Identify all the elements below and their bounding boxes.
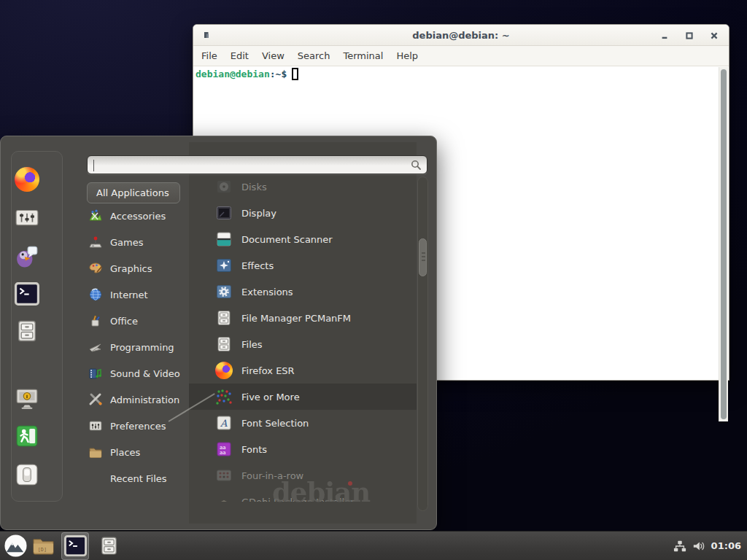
font-selection-icon: A (215, 414, 233, 432)
graphics-icon (88, 261, 103, 276)
favorite-firefox-icon[interactable] (15, 167, 39, 192)
search-input[interactable] (88, 156, 410, 174)
app-item-files[interactable]: Files (189, 331, 417, 357)
terminal-menubar: File Edit View Search Terminal Help (193, 46, 729, 66)
category-recent-files[interactable]: Recent Files (84, 465, 190, 491)
terminal-window-icon (204, 31, 211, 39)
taskbar: [D] 01:06 (0, 531, 747, 560)
volume-icon[interactable] (692, 540, 705, 553)
search-box[interactable] (87, 155, 427, 174)
taskbar-folder-icon[interactable]: [D] (29, 532, 57, 560)
app-item-disks[interactable]: Disks (189, 176, 417, 200)
text-caret (93, 160, 94, 171)
favorite-terminal-icon[interactable] (15, 281, 39, 306)
favorite-shutdown-icon[interactable] (15, 462, 39, 487)
document-scanner-icon (215, 230, 233, 248)
app-item-firefox-esr[interactable]: Firefox ESR (189, 357, 417, 384)
prompt-user-host: debian@debian (196, 69, 270, 79)
category-accessories[interactable]: Accessories (84, 203, 190, 229)
accessories-icon (88, 209, 103, 223)
svg-text:[D]: [D] (37, 547, 46, 553)
apps-list: Disks Display Document Scanner Effects E… (189, 176, 417, 502)
apps-scrollbar[interactable] (417, 176, 428, 511)
file-cabinet-icon (215, 335, 233, 353)
favorite-control-center-icon[interactable] (15, 205, 39, 230)
favorite-lock-screen-icon[interactable] (15, 386, 39, 411)
app-item-display[interactable]: Display (189, 200, 417, 226)
category-programming[interactable]: Programming (84, 334, 190, 360)
category-all-applications[interactable]: All Applications (87, 182, 180, 203)
category-internet[interactable]: Internet (84, 281, 190, 308)
category-office[interactable]: Office (84, 308, 190, 334)
category-administration[interactable]: Administration (84, 386, 190, 413)
app-item-fonts[interactable]: aaaa Fonts (189, 436, 417, 462)
office-icon (88, 314, 103, 328)
terminal-titlebar[interactable]: debian@debian: ~ (193, 25, 729, 46)
menu-item-edit[interactable]: Edit (224, 47, 255, 64)
menu-item-search[interactable]: Search (291, 47, 337, 64)
taskbar-file-cabinet-icon[interactable] (95, 532, 123, 560)
network-icon[interactable] (673, 540, 686, 553)
minimize-icon[interactable] (660, 31, 669, 40)
four-in-a-row-icon (215, 467, 233, 484)
search-icon (410, 159, 422, 171)
favorite-logout-icon[interactable] (15, 424, 39, 448)
games-icon (88, 235, 103, 249)
terminal-scrollbar-thumb[interactable] (721, 69, 727, 419)
debian-watermark: debian (272, 476, 370, 508)
app-item-document-scanner[interactable]: Document Scanner (189, 226, 417, 252)
menu-item-file[interactable]: File (195, 47, 224, 64)
watermark-red-dot (348, 481, 352, 486)
internet-icon (88, 287, 103, 302)
menu-item-terminal[interactable]: Terminal (336, 47, 390, 64)
menu-item-help[interactable]: Help (390, 47, 425, 64)
shell-prompt: debian@debian:~$ (196, 68, 298, 80)
favorite-file-manager-icon[interactable] (15, 319, 39, 343)
category-graphics[interactable]: Graphics (84, 255, 190, 281)
places-folder-icon (88, 445, 103, 459)
close-icon[interactable] (710, 31, 719, 40)
app-item-effects[interactable]: Effects (189, 252, 417, 279)
svg-text:A: A (220, 418, 228, 429)
terminal-scrollbar[interactable] (719, 67, 728, 421)
display-icon (215, 204, 233, 222)
favorite-pidgin-icon[interactable] (15, 244, 39, 268)
gdebi-icon (215, 493, 233, 502)
desktop: debian@debian: ~ File Edit View Search T… (0, 0, 747, 560)
app-item-five-or-more[interactable]: Five or More (189, 384, 417, 410)
file-cabinet-icon (215, 309, 233, 327)
category-sound-video[interactable]: Sound & Video (84, 360, 190, 386)
prompt-path: :~$ (270, 69, 287, 79)
applications-menu: All Applications Accessories Games Graph… (0, 136, 437, 530)
app-item-font-selection[interactable]: A Font Selection (189, 410, 417, 436)
taskbar-terminal-button[interactable] (61, 532, 89, 560)
category-places[interactable]: Places (84, 439, 190, 465)
menu-item-view[interactable]: View (255, 47, 291, 64)
app-item-file-manager-pcmanfm[interactable]: File Manager PCManFM (189, 305, 417, 331)
app-item-extensions[interactable]: Extensions (189, 279, 417, 305)
window-title: debian@debian: ~ (193, 30, 729, 41)
fonts-icon: aaaa (215, 440, 233, 458)
maximize-icon[interactable] (685, 31, 694, 40)
svg-text:aa: aa (220, 450, 226, 456)
clock[interactable]: 01:06 (711, 540, 741, 551)
administration-icon (88, 392, 103, 407)
extensions-gear-icon (215, 283, 233, 300)
disks-icon (215, 178, 233, 195)
category-games[interactable]: Games (84, 229, 190, 255)
terminal-cursor (292, 68, 298, 80)
sound-video-icon (88, 366, 103, 381)
preferences-icon (88, 419, 103, 433)
programming-icon (88, 340, 103, 354)
menu-button[interactable] (1, 532, 29, 560)
effects-icon (215, 257, 233, 274)
apps-scrollbar-thumb[interactable] (419, 238, 427, 276)
five-or-more-icon (215, 388, 233, 405)
firefox-icon (215, 362, 233, 379)
